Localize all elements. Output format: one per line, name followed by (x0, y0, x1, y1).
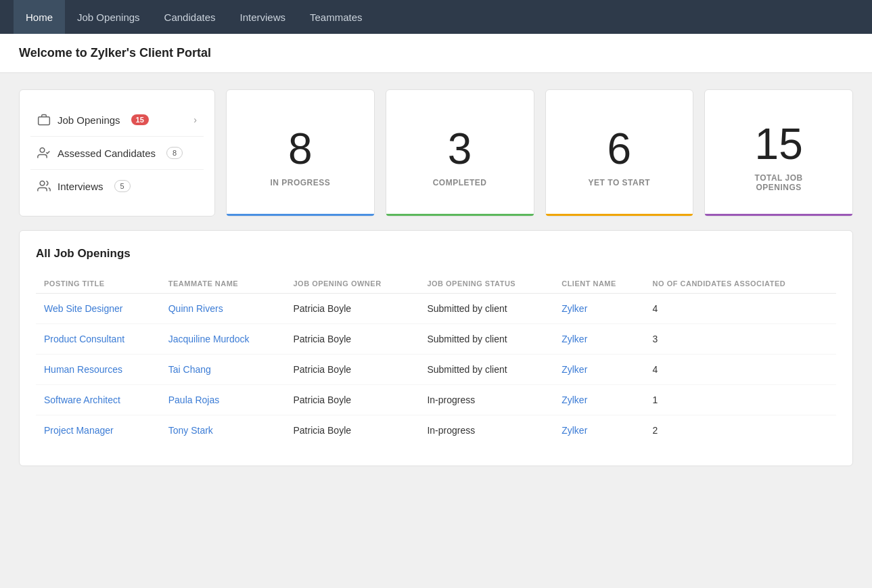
posting-title-link[interactable]: Software Architect (44, 394, 120, 405)
nav-interviews[interactable]: Interviews (227, 0, 298, 34)
page-header: Welcome to Zylker's Client Portal (0, 34, 872, 73)
teammate-name-link[interactable]: Tai Chang (168, 364, 211, 375)
sidebar-job-openings-badge: 15 (131, 114, 149, 125)
status-cell: In-progress (419, 415, 553, 446)
sidebar-card: Job Openings 15 › Assessed Candidates 8 (19, 89, 215, 217)
svg-point-1 (40, 148, 45, 153)
job-openings-table-section: All Job Openings POSTING TITLE TEAMMATE … (19, 230, 853, 466)
chevron-right-icon: › (193, 114, 197, 125)
table-row: Software Architect Paula Rojas Patricia … (36, 385, 836, 415)
col-status: JOB OPENING STATUS (419, 274, 553, 294)
stat-yet-to-start-number: 6 (607, 125, 632, 173)
client-name-link[interactable]: Zylker (561, 334, 587, 344)
sidebar-interviews-label: Interviews (58, 181, 104, 192)
sidebar-job-openings-label: Job Openings (58, 114, 120, 126)
owner-cell: Patricia Boyle (285, 324, 419, 355)
col-teammate-name: TEAMMATE NAME (160, 274, 285, 294)
owner-cell: Patricia Boyle (285, 415, 419, 446)
sidebar-item-assessed-candidates[interactable]: Assessed Candidates 8 (30, 137, 204, 170)
interviews-icon (37, 179, 51, 193)
status-cell: Submitted by client (419, 324, 553, 355)
col-posting-title: POSTING TITLE (36, 274, 160, 294)
stat-total-jobs-label: TOTAL JOBOPENINGS (755, 173, 803, 192)
svg-rect-0 (39, 117, 50, 125)
posting-title-link[interactable]: Human Resources (44, 364, 122, 375)
page-title: Welcome to Zylker's Client Portal (19, 46, 853, 60)
nav-job-openings[interactable]: Job Openings (65, 0, 152, 34)
stat-cards: 8 IN PROGRESS 3 COMPLETED 6 YET TO START… (226, 89, 853, 217)
col-candidates: NO OF CANDIDATES ASSOCIATED (645, 274, 836, 294)
table-title: All Job Openings (36, 247, 836, 261)
briefcase-icon (37, 113, 51, 127)
posting-title-link[interactable]: Product Consultant (44, 334, 124, 344)
stat-completed-label: COMPLETED (433, 178, 487, 187)
main-nav: Home Job Openings Candidates Interviews … (0, 0, 872, 34)
nav-candidates[interactable]: Candidates (152, 0, 228, 34)
candidates-cell: 4 (645, 355, 836, 385)
candidates-cell: 4 (645, 294, 836, 324)
status-cell: In-progress (419, 385, 553, 415)
teammate-name-link[interactable]: Quinn Rivers (168, 303, 223, 314)
sidebar-assessed-label: Assessed Candidates (58, 148, 156, 159)
client-name-link[interactable]: Zylker (561, 303, 587, 314)
teammate-name-link[interactable]: Jacquiline Murdock (168, 334, 250, 344)
assessed-candidates-icon (37, 146, 51, 160)
col-owner: JOB OPENING OWNER (285, 274, 419, 294)
stat-total-jobs-number: 15 (755, 120, 803, 168)
stat-in-progress: 8 IN PROGRESS (226, 89, 375, 217)
stat-total-jobs: 15 TOTAL JOBOPENINGS (704, 89, 853, 217)
table-row: Human Resources Tai Chang Patricia Boyle… (36, 355, 836, 385)
top-section: Job Openings 15 › Assessed Candidates 8 (19, 89, 853, 217)
stat-completed-number: 3 (448, 125, 472, 173)
stat-in-progress-number: 8 (288, 125, 313, 173)
owner-cell: Patricia Boyle (285, 385, 419, 415)
table-row: Product Consultant Jacquiline Murdock Pa… (36, 324, 836, 355)
sidebar-item-interviews[interactable]: Interviews 5 (30, 170, 204, 202)
owner-cell: Patricia Boyle (285, 355, 419, 385)
nav-teammates[interactable]: Teammates (298, 0, 375, 34)
stat-in-progress-label: IN PROGRESS (270, 178, 330, 187)
status-cell: Submitted by client (419, 355, 553, 385)
sidebar-assessed-badge: 8 (166, 147, 183, 159)
client-name-link[interactable]: Zylker (561, 364, 587, 375)
owner-cell: Patricia Boyle (285, 294, 419, 324)
col-client: CLIENT NAME (553, 274, 644, 294)
teammate-name-link[interactable]: Tony Stark (168, 425, 213, 436)
nav-home[interactable]: Home (14, 0, 65, 34)
table-row: Web Site Designer Quinn Rivers Patricia … (36, 294, 836, 324)
posting-title-link[interactable]: Project Manager (44, 425, 114, 436)
stat-yet-to-start: 6 YET TO START (545, 89, 694, 217)
table-row: Project Manager Tony Stark Patricia Boyl… (36, 415, 836, 446)
client-name-link[interactable]: Zylker (561, 394, 587, 405)
status-cell: Submitted by client (419, 294, 553, 324)
stat-yet-to-start-label: YET TO START (589, 178, 651, 187)
svg-point-2 (40, 181, 45, 186)
sidebar-item-job-openings[interactable]: Job Openings 15 › (30, 104, 204, 137)
candidates-cell: 1 (645, 385, 836, 415)
stat-completed: 3 COMPLETED (386, 89, 534, 217)
client-name-link[interactable]: Zylker (561, 425, 587, 436)
job-openings-table: POSTING TITLE TEAMMATE NAME JOB OPENING … (36, 274, 836, 445)
main-content: Job Openings 15 › Assessed Candidates 8 (0, 73, 872, 482)
posting-title-link[interactable]: Web Site Designer (44, 303, 122, 314)
sidebar-interviews-badge: 5 (114, 180, 131, 192)
candidates-cell: 3 (645, 324, 836, 355)
teammate-name-link[interactable]: Paula Rojas (168, 394, 220, 405)
candidates-cell: 2 (645, 415, 836, 446)
